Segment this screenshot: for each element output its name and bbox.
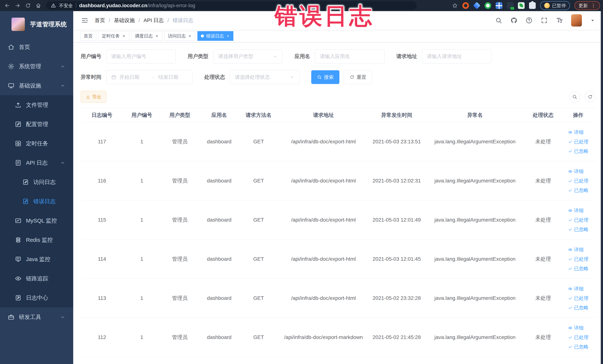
chrome-update-button[interactable]: 更新: [574, 1, 600, 10]
browser-reload-button[interactable]: [24, 1, 32, 10]
breadcrumb-item[interactable]: API 日志: [144, 17, 164, 24]
app-brand[interactable]: 芋道管理系统: [0, 11, 73, 37]
font-size-icon[interactable]: [556, 17, 563, 24]
detail-link[interactable]: 详细: [568, 325, 584, 331]
sublog-icon: [22, 198, 29, 205]
sidebar-item[interactable]: Redis 监控: [0, 230, 73, 250]
tag-tab[interactable]: 定时任务: [98, 31, 129, 41]
bookmark-star-icon[interactable]: [452, 3, 458, 9]
extension-circle-icon[interactable]: [485, 2, 491, 9]
check-icon: [568, 305, 573, 310]
table-cell-exception: java.lang.IllegalArgumentException: [425, 178, 525, 184]
processed-link[interactable]: 已处理: [568, 217, 589, 223]
table-cell-actions: 详细已处理已忽略: [561, 207, 596, 233]
browser-forward-button[interactable]: [13, 1, 22, 10]
table-cell-exception: java.lang.IllegalArgumentException: [425, 256, 525, 262]
security-label[interactable]: 不安全: [59, 3, 73, 9]
sidebar-item[interactable]: 链路追踪: [0, 269, 73, 288]
app-name-input[interactable]: 请输入应用名: [315, 49, 384, 63]
sidebar-item[interactable]: 文件管理: [0, 95, 73, 115]
table-cell-id: 116: [81, 178, 123, 184]
eye-icon: [568, 247, 573, 252]
sidebar-item[interactable]: Java 监控: [0, 250, 73, 269]
breadcrumb-item[interactable]: 首页: [95, 17, 105, 24]
sidebar-item[interactable]: 系统管理: [0, 57, 73, 76]
ignored-link[interactable]: 已忽略: [568, 344, 589, 350]
close-icon[interactable]: [155, 34, 159, 38]
sidebar-item[interactable]: 定时任务: [0, 134, 73, 153]
close-icon[interactable]: [122, 34, 126, 38]
browser-home-button[interactable]: [34, 1, 43, 10]
kebab-menu-icon[interactable]: [591, 3, 596, 8]
extension-donut-icon[interactable]: [462, 2, 469, 9]
sidebar-item[interactable]: 访问日志: [0, 172, 73, 192]
extension-shield-icon[interactable]: [473, 2, 480, 9]
detail-link[interactable]: 详细: [568, 129, 584, 136]
caret-down-icon[interactable]: [590, 18, 595, 23]
check-icon: [568, 344, 573, 349]
menu-fold-icon[interactable]: [81, 17, 88, 24]
toggle-search-button[interactable]: [569, 91, 580, 102]
tools-icon: [8, 314, 14, 320]
extension-leaf-icon[interactable]: [518, 2, 525, 9]
tag-tab[interactable]: 访问日志: [164, 31, 195, 41]
extension-puzzle-icon[interactable]: [529, 2, 536, 9]
search-button[interactable]: 搜索: [311, 70, 339, 84]
exception-time-range-picker[interactable]: 开始日期 - 结束日期: [106, 70, 192, 84]
detail-link[interactable]: 详细: [568, 247, 584, 253]
user-type-select[interactable]: 请选择用户类型: [213, 49, 283, 63]
processed-link[interactable]: 已处理: [568, 178, 589, 184]
browser-back-button[interactable]: [3, 1, 12, 10]
sidebar-item[interactable]: 配置管理: [0, 115, 73, 134]
refresh-table-button[interactable]: [585, 91, 596, 102]
reset-button[interactable]: 重置: [344, 70, 372, 84]
tag-tab[interactable]: 调度日志: [131, 31, 162, 41]
table-header-cell: 处理状态: [525, 112, 561, 119]
help-icon[interactable]: [525, 17, 533, 24]
processed-link[interactable]: 已处理: [568, 139, 589, 145]
user-type-label: 用户类型: [188, 53, 208, 60]
sidebar-item[interactable]: 首页: [0, 37, 73, 57]
sidebar-item[interactable]: API 日志: [0, 153, 73, 172]
request-url-input[interactable]: 请输入请求地址: [422, 49, 491, 63]
github-icon[interactable]: [510, 17, 517, 24]
ignored-link[interactable]: 已忽略: [568, 148, 589, 154]
ignored-link[interactable]: 已忽略: [568, 305, 589, 311]
tag-tab[interactable]: 首页: [80, 31, 96, 41]
calendar-icon: [111, 75, 116, 80]
tag-tab[interactable]: 错误日志: [197, 31, 233, 41]
sidebar-item[interactable]: 研发工具: [0, 307, 73, 327]
search-icon[interactable]: [495, 17, 502, 24]
fullscreen-icon[interactable]: [541, 17, 548, 24]
sidebar-item[interactable]: 基础设施: [0, 76, 73, 95]
breadcrumb-item[interactable]: 基础设施: [114, 17, 135, 24]
detail-link[interactable]: 详细: [568, 207, 584, 214]
extension-toggle-icon[interactable]: [507, 2, 513, 9]
process-status-select[interactable]: 请选择处理状态: [230, 70, 299, 84]
profile-paused-badge[interactable]: 已暂停: [540, 1, 570, 10]
table-cell-url: /api/infra/db-doc/export-markdown: [278, 334, 369, 340]
ignored-link[interactable]: 已忽略: [568, 265, 589, 272]
sidebar-item-label: 访问日志: [33, 178, 73, 186]
detail-link[interactable]: 详细: [568, 168, 584, 175]
table-body: 1171管理员dashboardGET/api/infra/db-doc/exp…: [81, 122, 596, 357]
close-icon[interactable]: [188, 34, 192, 38]
close-icon[interactable]: [226, 34, 230, 38]
error-log-table: 日志编号用户编号用户类型应用名请求方法名请求地址异常发生时间异常名处理状态操作 …: [81, 108, 596, 357]
sidebar-item[interactable]: MySQL 监控: [0, 211, 73, 230]
sidebar-item[interactable]: 日志中心: [0, 288, 73, 307]
detail-link[interactable]: 详细: [568, 286, 584, 292]
processed-link[interactable]: 已处理: [568, 295, 589, 302]
user-avatar[interactable]: [571, 14, 582, 26]
user-id-input[interactable]: 请输入用户编号: [106, 49, 176, 63]
sidebar-item[interactable]: 错误日志: [0, 192, 73, 211]
ignored-link[interactable]: 已忽略: [568, 187, 589, 194]
processed-link[interactable]: 已处理: [568, 334, 589, 341]
processed-link[interactable]: 已处理: [568, 256, 589, 262]
extension-grid-icon[interactable]: [496, 2, 502, 9]
export-button[interactable]: 导出: [81, 91, 106, 103]
url-bar[interactable]: 不安全 dashboard.yudao.iocoder.cn/infra/log…: [46, 1, 417, 10]
window-scrollbar[interactable]: [601, 11, 603, 364]
ignored-link[interactable]: 已忽略: [568, 226, 589, 233]
table-header-cell: 异常名: [425, 112, 525, 119]
